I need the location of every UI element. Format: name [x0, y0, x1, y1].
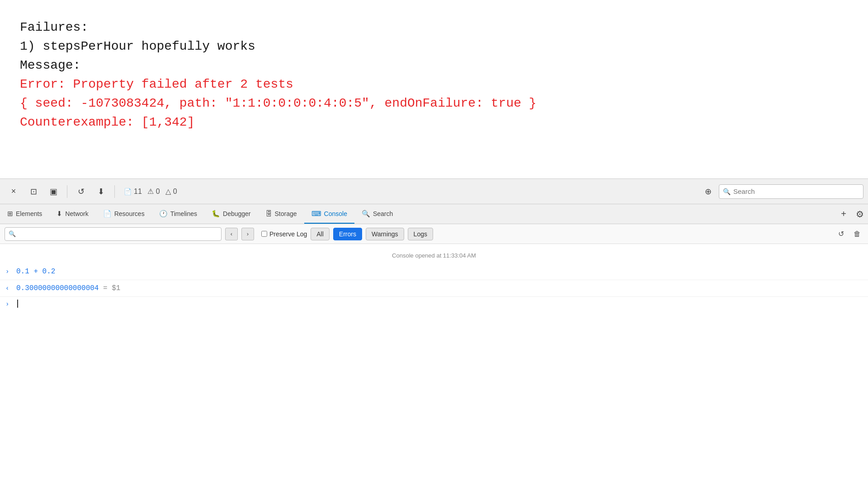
- errors-count: 0: [156, 188, 160, 196]
- refresh-console-button[interactable]: ↺: [835, 228, 847, 240]
- resources-icon: 📄: [103, 210, 112, 218]
- tab-storage[interactable]: 🗄 Storage: [258, 204, 304, 224]
- filter-search-box: 🔍: [5, 227, 222, 241]
- toolbar-separator-1: [67, 185, 67, 198]
- network-icon: ⬇: [57, 210, 62, 218]
- errors-filter-button[interactable]: Errors: [333, 228, 362, 240]
- output-arrow-icon: ‹: [5, 284, 13, 293]
- input-arrow-icon: ›: [5, 267, 13, 277]
- pages-badge: 📄 11: [124, 188, 142, 196]
- browser-content: Failures: 1) stepsPerHour hopefully work…: [0, 0, 868, 178]
- preserve-log-checkbox[interactable]: [261, 231, 267, 237]
- error-icon: ⚠: [147, 187, 154, 196]
- devtools-panel: × ⊡ ▣ ↺ ⬇ 📄 11 ⚠ 0 △ 0 ⊕ 🔍: [0, 178, 868, 488]
- failure-line-2: 1) stepsPerHour hopefully works: [20, 37, 848, 56]
- close-devtools-button[interactable]: ×: [5, 183, 23, 200]
- console-entry-input: › 0.1 + 0.2: [0, 263, 868, 280]
- prompt-arrow-icon: ›: [5, 300, 13, 308]
- storage-icon: 🗄: [265, 210, 272, 217]
- tab-console[interactable]: ⌨ Console: [304, 204, 354, 224]
- error-line-3: Counterexample: [1,342]: [20, 113, 848, 132]
- add-tab-button[interactable]: +: [835, 206, 852, 222]
- all-filter-button[interactable]: All: [311, 228, 330, 240]
- tab-network-label: Network: [65, 210, 88, 217]
- tab-search-icon: 🔍: [362, 210, 370, 218]
- tab-debugger[interactable]: 🐛 Debugger: [204, 204, 258, 224]
- error-line-2: { seed: -1073083424, path: "1:1:0:0:0:0:…: [20, 94, 848, 113]
- tab-search[interactable]: 🔍 Search: [354, 204, 400, 224]
- toolbar-search-input[interactable]: [733, 188, 859, 195]
- download-button[interactable]: ⬇: [92, 183, 110, 200]
- dock-button[interactable]: ▣: [44, 183, 62, 200]
- console-input-text: 0.1 + 0.2: [16, 266, 55, 277]
- warning-icon: △: [165, 187, 171, 196]
- tab-resources-label: Resources: [114, 210, 145, 217]
- warnings-badge: △ 0: [165, 187, 177, 196]
- tab-console-label: Console: [324, 210, 347, 217]
- console-prompt-line: ›: [0, 297, 868, 310]
- debugger-icon: 🐛: [212, 210, 220, 218]
- reload-button[interactable]: ↺: [72, 183, 90, 200]
- tab-resources[interactable]: 📄 Resources: [96, 204, 152, 224]
- console-content: Console opened at 11:33:04 AM › 0.1 + 0.…: [0, 244, 868, 488]
- clear-console-button[interactable]: 🗑: [851, 228, 863, 240]
- settings-button[interactable]: ⚙: [852, 206, 868, 222]
- console-output-special: = $1: [99, 283, 120, 294]
- undock-button[interactable]: ⊡: [24, 183, 42, 200]
- preserve-log-label[interactable]: Preserve Log: [261, 230, 307, 238]
- tab-elements-label: Elements: [16, 210, 42, 217]
- tab-elements[interactable]: ⊞ Elements: [0, 204, 49, 224]
- devtools-toolbar: × ⊡ ▣ ↺ ⬇ 📄 11 ⚠ 0 △ 0 ⊕ 🔍: [0, 179, 868, 204]
- tab-search-label: Search: [373, 210, 393, 217]
- logs-filter-button[interactable]: Logs: [408, 228, 433, 240]
- search-icon: 🔍: [723, 188, 731, 195]
- tab-timelines-label: Timelines: [170, 210, 197, 217]
- console-timestamp: Console opened at 11:33:04 AM: [0, 244, 868, 263]
- toolbar-search-area: 🔍: [719, 184, 863, 199]
- console-output-value: 0.30000000000000004: [16, 283, 99, 294]
- devtools-tabs: ⊞ Elements ⬇ Network 📄 Resources 🕐 Timel…: [0, 204, 868, 224]
- toolbar-separator-2: [114, 185, 115, 198]
- tab-storage-label: Storage: [275, 210, 297, 217]
- error-line-1: Error: Property failed after 2 tests: [20, 75, 848, 94]
- elements-icon: ⊞: [7, 210, 13, 218]
- page-icon: 📄: [124, 188, 132, 195]
- tab-debugger-label: Debugger: [223, 210, 251, 217]
- tab-timelines[interactable]: 🕐 Timelines: [152, 204, 204, 224]
- warnings-filter-button[interactable]: Warnings: [366, 228, 404, 240]
- tab-network[interactable]: ⬇ Network: [49, 204, 95, 224]
- failure-line-1: Failures:: [20, 18, 848, 37]
- prompt-cursor: [17, 300, 18, 308]
- filter-next-button[interactable]: ›: [241, 228, 254, 240]
- errors-badge: ⚠ 0: [147, 187, 160, 196]
- console-entry-output: ‹ 0.30000000000000004 = $1: [0, 280, 868, 297]
- preserve-log-text: Preserve Log: [269, 230, 307, 238]
- console-icon: ⌨: [311, 210, 321, 218]
- filter-prev-button[interactable]: ‹: [225, 228, 238, 240]
- timelines-icon: 🕐: [159, 210, 168, 218]
- failure-line-3: Message:: [20, 56, 848, 75]
- pages-count: 11: [134, 188, 142, 196]
- warnings-count: 0: [173, 188, 177, 196]
- filter-search-icon: 🔍: [9, 230, 16, 237]
- console-filter-bar: 🔍 ‹ › Preserve Log All Errors Warnings L…: [0, 224, 868, 244]
- filter-search-input[interactable]: [19, 230, 217, 238]
- badge-group: 📄 11 ⚠ 0 △ 0: [124, 187, 177, 196]
- target-button[interactable]: ⊕: [699, 183, 717, 200]
